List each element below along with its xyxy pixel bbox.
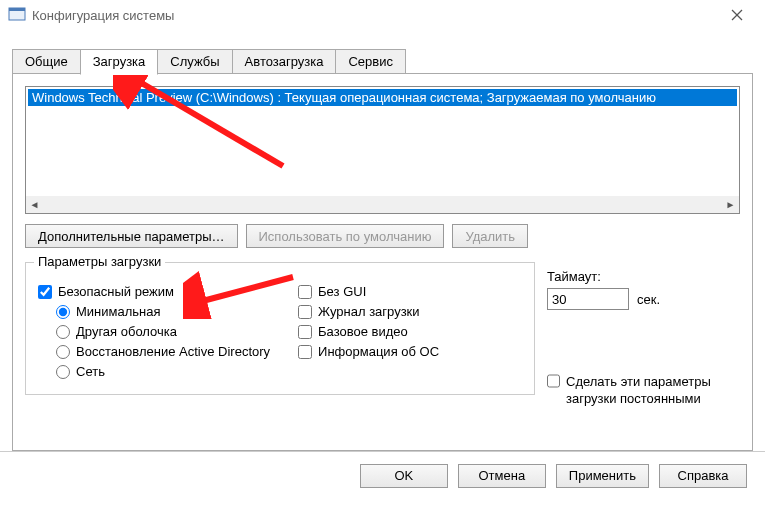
set-default-button: Использовать по умолчанию xyxy=(246,224,445,248)
tab-services[interactable]: Службы xyxy=(157,49,232,74)
adrepair-radio[interactable] xyxy=(56,345,70,359)
tab-general[interactable]: Общие xyxy=(12,49,81,74)
timeout-input[interactable] xyxy=(547,288,629,310)
bootlog-label: Журнал загрузки xyxy=(318,304,419,319)
bootlog-checkbox[interactable] xyxy=(298,305,312,319)
horizontal-scrollbar[interactable]: ◄ ► xyxy=(26,196,739,213)
boot-buttons-row: Дополнительные параметры… Использовать п… xyxy=(25,224,740,248)
osinfo-checkbox[interactable] xyxy=(298,345,312,359)
tab-startup[interactable]: Автозагрузка xyxy=(232,49,337,74)
boot-entries-list[interactable]: Windows Technical Preview (C:\Windows) :… xyxy=(25,86,740,214)
nogui-checkbox[interactable] xyxy=(298,285,312,299)
timeout-block: Таймаут: сек. xyxy=(547,269,737,310)
scroll-right-icon[interactable]: ► xyxy=(722,196,739,213)
app-icon xyxy=(8,6,26,24)
close-button[interactable] xyxy=(717,0,757,30)
apply-button[interactable]: Применить xyxy=(556,464,649,488)
ok-button[interactable]: OK xyxy=(360,464,448,488)
cancel-button[interactable]: Отмена xyxy=(458,464,546,488)
nogui-label: Без GUI xyxy=(318,284,366,299)
network-radio[interactable] xyxy=(56,365,70,379)
dialog-footer: OK Отмена Применить Справка xyxy=(0,451,765,499)
minimal-label: Минимальная xyxy=(76,304,161,319)
group-legend: Параметры загрузки xyxy=(34,254,165,269)
boot-options-group: Параметры загрузки Безопасный режим Мини… xyxy=(25,262,535,395)
safe-mode-checkbox[interactable] xyxy=(38,285,52,299)
tab-panel-boot: Windows Technical Preview (C:\Windows) :… xyxy=(12,73,753,451)
extra-options-column: Без GUI Журнал загрузки Базовое видео Ин… xyxy=(298,279,439,384)
safe-mode-label: Безопасный режим xyxy=(58,284,174,299)
boot-entry[interactable]: Windows Technical Preview (C:\Windows) :… xyxy=(28,89,737,106)
persist-block: Сделать эти параметры загрузки постоянны… xyxy=(547,374,747,408)
basevideo-checkbox[interactable] xyxy=(298,325,312,339)
osinfo-label: Информация об ОС xyxy=(318,344,439,359)
advanced-options-button[interactable]: Дополнительные параметры… xyxy=(25,224,238,248)
close-icon xyxy=(731,9,743,21)
window-title: Конфигурация системы xyxy=(32,8,174,23)
safe-mode-column: Безопасный режим Минимальная Другая обол… xyxy=(38,279,270,384)
timeout-label: Таймаут: xyxy=(547,269,737,284)
network-label: Сеть xyxy=(76,364,105,379)
persist-checkbox[interactable] xyxy=(547,374,560,388)
help-button[interactable]: Справка xyxy=(659,464,747,488)
scroll-left-icon[interactable]: ◄ xyxy=(26,196,43,213)
tab-tools[interactable]: Сервис xyxy=(335,49,406,74)
title-bar: Конфигурация системы xyxy=(0,0,765,30)
basevideo-label: Базовое видео xyxy=(318,324,408,339)
altshell-radio[interactable] xyxy=(56,325,70,339)
minimal-radio[interactable] xyxy=(56,305,70,319)
svg-rect-1 xyxy=(9,8,25,11)
adrepair-label: Восстановление Active Directory xyxy=(76,344,270,359)
altshell-label: Другая оболочка xyxy=(76,324,177,339)
tab-boot[interactable]: Загрузка xyxy=(80,49,159,75)
timeout-unit: сек. xyxy=(637,292,660,307)
tab-strip: Общие Загрузка Службы Автозагрузка Серви… xyxy=(0,48,765,73)
delete-button: Удалить xyxy=(452,224,528,248)
persist-label: Сделать эти параметры загрузки постоянны… xyxy=(566,374,747,408)
